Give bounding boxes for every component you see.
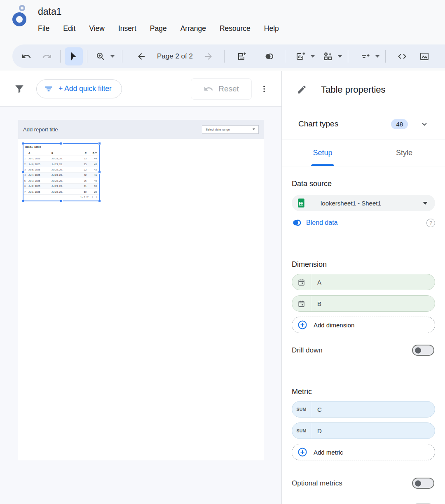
- menu-help[interactable]: Help: [264, 24, 279, 33]
- add-chart-control[interactable]: [292, 47, 315, 65]
- menu-insert[interactable]: Insert: [118, 24, 136, 33]
- dimension-field-a[interactable]: A: [292, 274, 435, 290]
- selection-handle[interactable]: [98, 171, 101, 174]
- add-quick-filter-button[interactable]: + Add quick filter: [36, 79, 122, 98]
- add-metric-button[interactable]: Add metric: [292, 444, 435, 460]
- aggregation-label: SUM: [296, 407, 306, 412]
- menu-edit[interactable]: Edit: [63, 24, 75, 33]
- table-widget[interactable]: data1 Table A B C D 1 Jul 7, 2025 Jul 23…: [23, 143, 100, 201]
- add-chart-icon: [296, 51, 306, 61]
- tab-style[interactable]: Style: [363, 140, 445, 166]
- menu-resource[interactable]: Resource: [220, 24, 251, 33]
- redo-button[interactable]: [38, 47, 56, 65]
- metric-field-d[interactable]: SUM D: [292, 422, 435, 439]
- drill-down-toggle[interactable]: [412, 345, 434, 356]
- undo-button[interactable]: [17, 47, 35, 65]
- menu-view[interactable]: View: [89, 24, 105, 33]
- image-icon: [419, 51, 429, 61]
- dimension-field-label: B: [311, 300, 321, 307]
- previous-page-button[interactable]: [132, 47, 150, 65]
- add-filter-button[interactable]: [356, 47, 375, 65]
- col-header-b[interactable]: B: [52, 152, 75, 154]
- optional-metrics-row: Optional metrics: [292, 478, 435, 489]
- report-name[interactable]: data1: [38, 6, 62, 17]
- table-row: 4 Jul 4, 2025 Jul 23, 20.. 42 41: [23, 173, 99, 178]
- calendar-icon: [297, 300, 305, 308]
- next-page-button[interactable]: [199, 47, 218, 65]
- selection-handle[interactable]: [21, 171, 24, 174]
- dimension-field-label: A: [311, 279, 321, 286]
- selection-handle[interactable]: [98, 142, 101, 145]
- table-row: 6 Jul 2, 2025 Jul 23, 20.. 61 30: [23, 184, 99, 189]
- properties-panel: Table properties Chart types 48 Setup St…: [281, 71, 445, 504]
- menu-file[interactable]: File: [38, 24, 49, 33]
- selection-handle[interactable]: [21, 200, 24, 203]
- date-range-control[interactable]: Select date range: [202, 125, 259, 134]
- chevron-down-icon[interactable]: [419, 119, 429, 129]
- embed-code-button[interactable]: [393, 47, 411, 65]
- pagination-prev-icon[interactable]: ‹: [92, 196, 93, 199]
- zoom-caret-icon: [110, 55, 115, 58]
- selection-handle[interactable]: [60, 142, 63, 145]
- toggle-knob: [415, 347, 421, 353]
- col-header-c[interactable]: C: [75, 152, 89, 154]
- section-divider: [282, 242, 445, 242]
- optional-metrics-toggle[interactable]: [412, 478, 434, 489]
- help-icon[interactable]: ?: [426, 219, 435, 227]
- panel-title: Table properties: [321, 84, 386, 95]
- date-range-caret-icon: [253, 128, 255, 130]
- zoom-control[interactable]: [91, 47, 115, 65]
- plus-circle-icon: [297, 320, 307, 330]
- data-source-selector[interactable]: lookersheet1 - Sheet1: [292, 195, 435, 211]
- menubar: File Edit View Insert Page Arrange Resou…: [38, 24, 279, 33]
- chart-types-row[interactable]: Chart types 48: [282, 108, 445, 140]
- report-page[interactable]: Add report title Select date range: [18, 120, 264, 460]
- report-canvas[interactable]: Add report title Select date range: [0, 107, 281, 504]
- panel-header: Table properties: [282, 71, 445, 108]
- more-options-button[interactable]: [256, 81, 272, 97]
- selection-handle[interactable]: [21, 142, 24, 145]
- table-row: 5 Jul 3, 2025 Jul 23, 20.. 36 40: [23, 178, 99, 184]
- select-tool-button[interactable]: [65, 47, 83, 65]
- blend-icon: [264, 51, 274, 61]
- blend-data-button[interactable]: [260, 47, 278, 65]
- zoom-button[interactable]: [91, 47, 110, 65]
- add-dimension-button[interactable]: Add dimension: [292, 317, 435, 333]
- undo-icon: [21, 51, 31, 61]
- toolbar-divider: [224, 50, 225, 63]
- optional-metrics-label: Optional metrics: [292, 479, 342, 488]
- metric-field-label: C: [311, 406, 322, 413]
- metric-field-c[interactable]: SUM C: [292, 401, 435, 418]
- add-quick-filter-label: + Add quick filter: [59, 84, 112, 93]
- toolbar-divider: [60, 50, 61, 63]
- toolbar-divider: [385, 50, 386, 63]
- selection-handle[interactable]: [60, 200, 63, 203]
- looker-studio-logo-icon[interactable]: [10, 4, 32, 27]
- add-control-control[interactable]: [319, 47, 342, 65]
- blend-data-link[interactable]: Blend data: [306, 219, 422, 226]
- zoom-icon: [96, 51, 105, 61]
- add-control-button[interactable]: [319, 47, 337, 65]
- page-indicator[interactable]: Page 2 of 2: [150, 52, 199, 61]
- menu-page[interactable]: Page: [150, 24, 167, 33]
- blend-data-icon: [292, 218, 302, 228]
- quick-filter-icon: [44, 84, 53, 93]
- add-image-button[interactable]: [415, 47, 433, 65]
- dimension-field-b[interactable]: B: [292, 295, 435, 312]
- aggregation-chip[interactable]: SUM: [292, 423, 311, 439]
- add-page-button[interactable]: [233, 47, 251, 65]
- report-title-placeholder[interactable]: Add report title: [23, 126, 58, 133]
- reset-button[interactable]: Reset: [191, 78, 252, 100]
- add-filter-control[interactable]: [356, 47, 379, 65]
- add-chart-button[interactable]: [292, 47, 310, 65]
- selection-handle[interactable]: [98, 200, 101, 203]
- pagination-next-icon[interactable]: ›: [96, 196, 97, 199]
- tab-setup[interactable]: Setup: [282, 140, 363, 166]
- col-header-a[interactable]: A: [28, 152, 52, 154]
- kebab-menu-icon: [260, 85, 268, 93]
- aggregation-chip[interactable]: SUM: [292, 401, 311, 417]
- col-header-d[interactable]: D: [89, 152, 99, 154]
- app-header: data1 File Edit View Insert Page Arrange…: [0, 0, 445, 41]
- drill-down-row: Drill down: [292, 345, 435, 356]
- menu-arrange[interactable]: Arrange: [180, 24, 206, 33]
